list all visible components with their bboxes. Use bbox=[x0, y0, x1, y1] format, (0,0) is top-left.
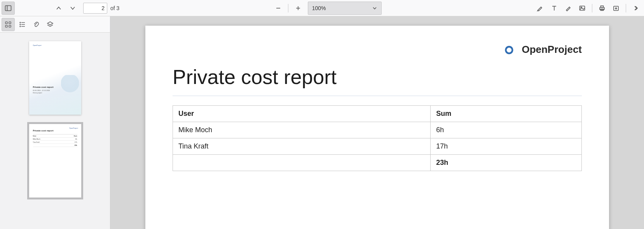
cover-sub2: Demo project bbox=[33, 92, 42, 94]
cell-user: Mike Moch bbox=[173, 122, 431, 138]
zoom-value: 100% bbox=[312, 5, 326, 11]
cell-total-spacer bbox=[173, 155, 431, 171]
attachments-tab[interactable] bbox=[30, 18, 43, 31]
thumbnails-tab[interactable] bbox=[2, 18, 15, 31]
outline-tab[interactable] bbox=[16, 18, 29, 31]
document-viewport[interactable]: OpenProject Private cost report User Sum… bbox=[110, 16, 644, 229]
image-tool-button[interactable] bbox=[576, 2, 589, 15]
sidebar-tabs bbox=[0, 16, 110, 33]
svg-point-20 bbox=[20, 24, 21, 25]
toggle-sidebar-button[interactable] bbox=[2, 2, 15, 15]
svg-rect-16 bbox=[5, 25, 7, 27]
svg-rect-15 bbox=[9, 22, 11, 24]
col-user: User bbox=[173, 106, 431, 122]
cover-graphic bbox=[61, 75, 79, 95]
page-title: Private cost report bbox=[173, 65, 582, 96]
table-row: Tina Kraft 17h bbox=[173, 138, 582, 155]
cell-sum: 17h bbox=[431, 138, 582, 155]
brand-mini: OpenProject bbox=[33, 44, 77, 46]
cell-sum: 6h bbox=[431, 122, 582, 138]
page-number-input[interactable] bbox=[83, 3, 107, 14]
thumb-title: Private cost report bbox=[33, 129, 77, 132]
separator bbox=[626, 4, 626, 12]
svg-marker-24 bbox=[47, 22, 53, 25]
col-sum: Sum bbox=[431, 106, 582, 122]
pdf-toolbar: of 3 100% bbox=[0, 0, 644, 16]
page-total-label: of 3 bbox=[110, 5, 119, 11]
table-header-row: User Sum bbox=[173, 106, 582, 122]
thumbnail-list: OpenProject Private cost report 01.01.20… bbox=[0, 33, 110, 229]
sidebar: OpenProject Private cost report 01.01.20… bbox=[0, 16, 110, 229]
zoom-out-button[interactable] bbox=[272, 2, 285, 15]
next-page-button[interactable] bbox=[66, 2, 79, 15]
svg-point-22 bbox=[20, 26, 21, 27]
svg-rect-10 bbox=[601, 6, 604, 7]
cost-report-table: User Sum Mike Moch 6h Tina Kraft 17h bbox=[173, 105, 582, 171]
pdf-page: OpenProject Private cost report User Sum… bbox=[145, 26, 609, 229]
svg-rect-0 bbox=[5, 5, 11, 10]
thumbnail-page-2[interactable]: OpenProject Private cost report UserSum … bbox=[29, 124, 81, 198]
more-tools-button[interactable] bbox=[629, 2, 642, 15]
brand-text: OpenProject bbox=[522, 44, 582, 56]
download-button[interactable] bbox=[609, 2, 623, 15]
prev-page-button[interactable] bbox=[52, 2, 65, 15]
highlight-tool-button[interactable] bbox=[534, 2, 547, 15]
layers-tab[interactable] bbox=[44, 18, 57, 31]
cover-sub1: 01.01.2024 - 12.12.2024 bbox=[33, 89, 50, 91]
zoom-select[interactable]: 100% bbox=[308, 2, 382, 15]
svg-point-18 bbox=[20, 22, 21, 23]
cell-user: Tina Kraft bbox=[173, 138, 431, 155]
text-tool-button[interactable] bbox=[548, 2, 561, 15]
table-total-row: 23h bbox=[173, 155, 582, 171]
brand-mini: OpenProject bbox=[69, 127, 78, 129]
separator bbox=[592, 4, 592, 12]
print-button[interactable] bbox=[595, 2, 609, 15]
cover-title: Private cost report bbox=[33, 86, 54, 88]
chevron-down-icon bbox=[372, 5, 377, 11]
cell-total: 23h bbox=[431, 155, 582, 171]
table-row: Mike Moch 6h bbox=[173, 122, 582, 138]
zoom-in-button[interactable] bbox=[291, 2, 305, 15]
draw-tool-button[interactable] bbox=[562, 2, 575, 15]
openproject-icon bbox=[504, 43, 518, 56]
svg-rect-17 bbox=[9, 25, 11, 27]
svg-rect-14 bbox=[5, 22, 7, 24]
separator bbox=[288, 4, 288, 12]
brand-logo: OpenProject bbox=[504, 43, 582, 56]
thumbnail-page-1[interactable]: OpenProject Private cost report 01.01.20… bbox=[29, 41, 81, 115]
